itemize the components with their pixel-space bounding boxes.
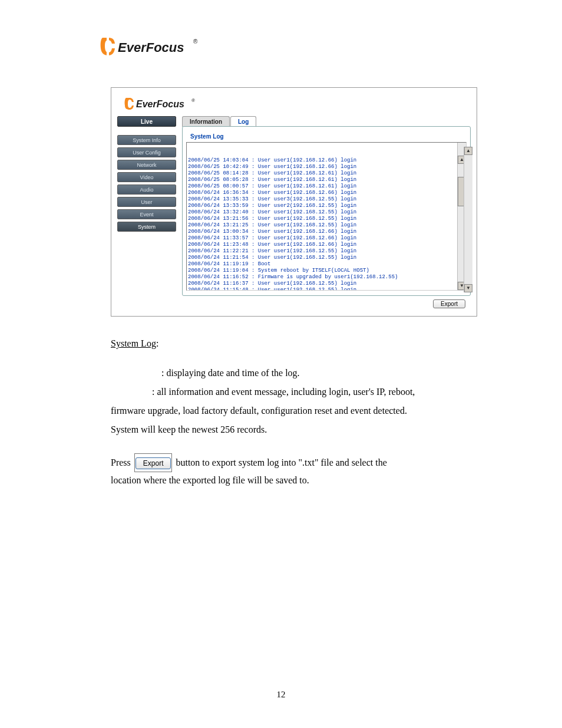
log-line: 2008/06/25 14:03:04 : User user1(192.168… [188,157,465,164]
log-line: 2008/06/24 13:21:56 : User user1(192.168… [188,216,465,222]
sidebar: Live System Info User Config Network Vid… [117,116,176,232]
system-log-box: 2008/06/25 14:03:04 : User user1(192.168… [186,142,467,291]
tab-bar: Information Log [182,116,471,127]
sidebar-item-event[interactable]: Event [117,209,176,219]
app-screenshot: EverFocus ® Live System Info User Config… [111,87,477,317]
tab-log[interactable]: Log [230,116,256,127]
log-line: 2008/06/24 11:15:48 : User user1(192.168… [188,287,465,291]
section-heading: System Log [111,338,156,348]
log-line: 2008/06/24 16:36:34 : User user1(192.168… [188,190,465,196]
export-button[interactable]: Export [433,299,465,308]
svg-text:®: ® [193,38,198,45]
sidebar-item-audio[interactable]: Audio [117,185,176,195]
press-text: Press [111,454,131,471]
document-body: System Log: : displaying date and time o… [111,335,468,489]
doc-line-3: firmware upgrade, load factory default, … [111,403,468,419]
log-line: 2008/06/24 13:35:33 : User user3(192.168… [188,196,465,203]
log-line: 2008/06/24 11:22:21 : User user1(192.168… [188,248,465,255]
log-line: 2008/06/24 11:16:52 : Firmware is upgrad… [188,274,465,281]
app-logo: EverFocus ® [123,96,471,114]
doc-line-4: System will keep the newest 256 records. [111,421,468,438]
doc-line-2: : all information and event message, inc… [111,384,468,400]
sidebar-item-user[interactable]: User [117,197,176,207]
log-line: 2008/06/25 08:05:28 : User user1(192.168… [188,177,465,183]
log-line: 2008/06/24 11:19:19 : Boot [188,261,465,268]
sidebar-item-system-info[interactable]: System Info [117,135,176,145]
log-line: 2008/06/25 08:14:28 : User user1(192.168… [188,170,465,177]
svg-text:EverFocus: EverFocus [118,40,184,55]
svg-text:®: ® [191,98,195,103]
heading-colon: : [156,338,158,348]
svg-text:EverFocus: EverFocus [136,99,184,109]
content-area: Information Log System Log 2008/06/25 14… [182,116,471,296]
page-scrollbar[interactable]: ▲ ▼ [464,147,472,292]
log-line: 2008/06/24 13:21:25 : User user1(192.168… [188,222,465,229]
log-line: 2008/06/24 13:32:40 : User user1(192.168… [188,209,465,216]
page-scroll-down-icon[interactable]: ▼ [464,284,472,292]
live-button[interactable]: Live [117,116,176,127]
inline-export-wrap: Export [134,453,173,472]
panel-title: System Log [189,133,226,140]
sidebar-item-video[interactable]: Video [117,172,176,182]
log-line: 2008/06/24 11:16:37 : User user1(192.168… [188,281,465,287]
page-scroll-up-icon[interactable]: ▲ [464,147,472,155]
log-line: 2008/06/24 13:33:59 : User user2(192.168… [188,203,465,209]
sidebar-item-user-config[interactable]: User Config [117,147,176,157]
press-export-line: Press Export button to export system log… [111,453,468,472]
log-line: 2008/06/25 08:00:57 : User user1(192.168… [188,183,465,190]
log-line: 2008/06/24 11:21:54 : User user1(192.168… [188,255,465,261]
page-number: 12 [0,690,562,700]
press-tail-2: location where the exported log file wil… [111,472,468,489]
log-line: 2008/06/24 11:19:04 : System reboot by I… [188,268,465,274]
log-line: 2008/06/24 13:00:34 : User user1(192.168… [188,229,465,235]
doc-line-1: : displaying date and time of the log. [111,365,468,381]
tab-information[interactable]: Information [182,116,230,127]
sidebar-item-network[interactable]: Network [117,160,176,170]
log-panel: System Log 2008/06/25 14:03:04 : User us… [182,126,471,296]
press-tail: button to export system log into ".txt" … [176,454,386,471]
log-line: 2008/06/24 11:23:48 : User user1(192.168… [188,242,465,248]
page-logo: EverFocus ® [99,35,562,58]
sidebar-item-system[interactable]: System [117,222,176,232]
log-line: 2008/06/25 10:42:49 : User user1(192.168… [188,164,465,170]
inline-export-button: Export [135,457,171,469]
log-line: 2008/06/24 11:33:57 : User user1(192.168… [188,235,465,242]
